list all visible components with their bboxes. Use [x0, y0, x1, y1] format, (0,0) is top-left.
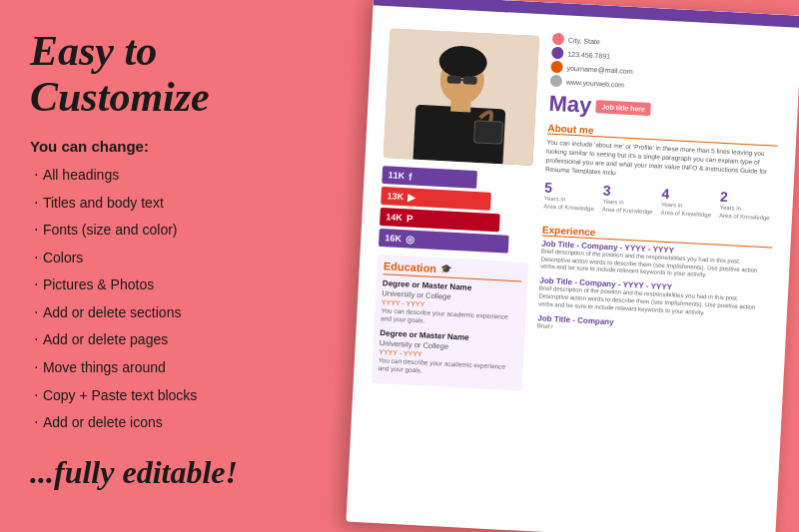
- facebook-icon: f: [408, 171, 412, 182]
- feature-list: All headings Titles and body text Fonts …: [30, 161, 340, 435]
- skill-label-2: Years inArea of Knowledge: [602, 199, 653, 216]
- social-bar-instagram: 16K ◎: [379, 229, 530, 255]
- svg-rect-8: [473, 121, 502, 144]
- list-item: Pictures & Photos: [30, 270, 340, 298]
- exp-entry-2: Job Title - Company - YYYY - YYYY Brief …: [538, 276, 770, 320]
- resume-content: 11K f 13K ▶ 14K P: [357, 4, 792, 532]
- skill-4: 2 Years inArea of Knowledge: [719, 189, 771, 222]
- contact-info: City, State 123.456.7891 yourname@mail.c…: [550, 33, 784, 99]
- about-section: About me You can include 'about me' or '…: [545, 123, 778, 186]
- list-item: Fonts (size and color): [30, 216, 340, 244]
- skill-1: 5 Years inArea of Knowledge: [543, 180, 595, 213]
- location-icon: [552, 33, 565, 46]
- list-item: All headings: [30, 161, 340, 189]
- list-item: Colors: [30, 244, 340, 271]
- left-panel: Easy to Customize You can change: All he…: [0, 0, 370, 532]
- main-title: Easy to Customize: [30, 28, 340, 120]
- svg-rect-5: [447, 75, 461, 84]
- list-item: Move things around: [30, 353, 340, 381]
- email-icon: [550, 61, 563, 74]
- list-item: Add or delete pages: [30, 325, 340, 353]
- resume-name: May: [548, 91, 592, 119]
- resume-card: 11K f 13K ▶ 14K P: [346, 0, 799, 532]
- resume-mockup: 11K f 13K ▶ 14K P: [346, 0, 799, 532]
- experience-section: Experience Job Title - Company - YYYY - …: [537, 224, 773, 342]
- youtube-bar: 13K ▶: [381, 187, 491, 211]
- education-heading: Education 🎓: [383, 260, 522, 281]
- list-item: Add or delete icons: [30, 408, 340, 436]
- job-title-badge: Job title here: [595, 100, 651, 116]
- you-can-change-heading: You can change:: [30, 138, 340, 155]
- education-icon: 🎓: [440, 264, 452, 274]
- list-item: Titles and body text: [30, 189, 340, 217]
- resume-left-column: 11K f 13K ▶ 14K P: [357, 20, 547, 521]
- phone-icon: [551, 47, 564, 60]
- facebook-bar: 11K f: [382, 166, 477, 189]
- youtube-icon: ▶: [407, 192, 416, 203]
- profile-photo: [384, 28, 540, 166]
- skill-label-4: Years inArea of Knowledge: [719, 205, 770, 222]
- pinterest-icon: P: [406, 213, 413, 224]
- resume-right-column: City, State 123.456.7891 yourname@mail.c…: [521, 28, 792, 532]
- instagram-icon: ◎: [405, 234, 415, 245]
- list-item: Copy + Paste text blocks: [30, 381, 340, 409]
- education-section: Education 🎓 Degree or Master Name Univer…: [372, 255, 529, 390]
- social-bars: 11K f 13K ▶ 14K P: [379, 166, 533, 255]
- skill-label-3: Years inArea of Knowledge: [660, 202, 711, 219]
- instagram-bar: 16K ◎: [379, 229, 509, 254]
- skill-3: 4 Years inArea of Knowledge: [660, 186, 712, 219]
- skills-section: 5 Years inArea of Knowledge 3 Years inAr…: [543, 180, 776, 230]
- fully-editable-text: ...fully editable!: [30, 454, 340, 491]
- website-icon: [550, 75, 563, 88]
- pinterest-bar: 14K P: [380, 208, 500, 232]
- skill-label-1: Years inArea of Knowledge: [543, 196, 594, 213]
- skill-2: 3 Years inArea of Knowledge: [602, 183, 654, 216]
- svg-rect-6: [463, 76, 477, 85]
- list-item: Add or delete sections: [30, 298, 340, 326]
